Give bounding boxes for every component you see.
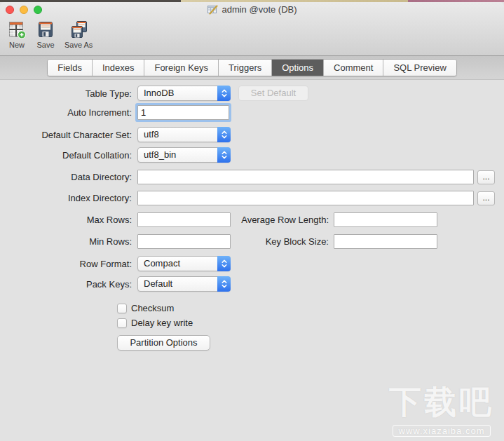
index-directory-browse-button[interactable]: ...	[477, 191, 495, 205]
checksum-checkbox[interactable]	[117, 304, 127, 313]
toolbar: New Save	[0, 17, 504, 49]
window-title: admin @vote (DB)	[222, 4, 297, 15]
data-directory-label: Data Directory:	[0, 172, 132, 182]
default-charset-select[interactable]: utf8	[137, 127, 231, 142]
minimize-button[interactable]	[20, 6, 28, 14]
save-icon	[36, 20, 55, 40]
tab-comment[interactable]: Comment	[323, 60, 383, 76]
popup-arrows-icon	[217, 127, 231, 142]
toolbar-item-label: Save	[36, 41, 54, 49]
row-format-label: Row Format:	[0, 259, 132, 269]
data-directory-input[interactable]	[137, 170, 474, 184]
checksum-row: Checksum	[117, 303, 504, 313]
delay-key-write-checkbox[interactable]	[117, 318, 127, 328]
index-directory-label: Index Directory:	[0, 193, 132, 203]
auto-increment-label: Auto Increment:	[0, 107, 132, 118]
popup-arrows-icon	[217, 147, 231, 163]
max-rows-input[interactable]	[137, 212, 231, 227]
close-button[interactable]	[6, 6, 14, 14]
data-directory-browse-button[interactable]: ...	[477, 170, 495, 184]
pack-keys-select[interactable]: Default	[137, 276, 231, 292]
table-edit-icon	[207, 4, 218, 15]
delay-key-write-label: Delay key write	[131, 318, 193, 328]
tab-sql-preview[interactable]: SQL Preview	[383, 60, 456, 76]
new-button[interactable]: New	[7, 20, 27, 49]
table-type-label: Table Type:	[0, 88, 132, 99]
watermark-title: 下载吧	[389, 381, 494, 424]
save-button[interactable]: Save	[36, 20, 55, 49]
tab-bar: Fields Indexes Foreign Keys Triggers Opt…	[0, 56, 504, 80]
avg-row-length-label: Average Row Length:	[231, 215, 329, 225]
default-collation-label: Default Collation:	[0, 150, 132, 161]
tab-triggers[interactable]: Triggers	[218, 60, 271, 76]
toolbar-item-label: Save As	[64, 41, 93, 49]
toolbar-item-label: New	[9, 41, 25, 49]
tab-foreign-keys[interactable]: Foreign Keys	[144, 60, 218, 76]
popup-arrows-icon	[217, 86, 231, 101]
auto-increment-input[interactable]	[137, 105, 229, 120]
zoom-button[interactable]	[34, 6, 42, 14]
min-rows-label: Min Rows:	[0, 236, 132, 247]
avg-row-length-input[interactable]	[334, 212, 437, 227]
options-form: Table Type: InnoDB Set Default Auto Incr…	[0, 80, 504, 351]
new-table-icon	[7, 20, 27, 40]
structure-tabs: Fields Indexes Foreign Keys Triggers Opt…	[47, 59, 457, 76]
max-rows-label: Max Rows:	[0, 215, 132, 225]
partition-options-button[interactable]: Partition Options	[117, 335, 210, 351]
pack-keys-label: Pack Keys:	[0, 279, 132, 290]
popup-arrows-icon	[217, 276, 231, 292]
default-charset-label: Default Character Set:	[0, 130, 132, 140]
set-default-button: Set Default	[238, 86, 308, 101]
watermark-url: www.xiazaiba.com	[393, 425, 491, 437]
default-collation-select[interactable]: utf8_bin	[137, 147, 231, 163]
tab-options[interactable]: Options	[271, 60, 323, 76]
index-directory-input[interactable]	[137, 191, 474, 205]
app-window: { "window": { "title": "admin @vote (DB)…	[0, 0, 504, 441]
save-as-icon	[69, 20, 88, 40]
key-block-size-input[interactable]	[334, 234, 437, 249]
row-format-select[interactable]: Compact	[137, 256, 231, 271]
traffic-lights	[6, 6, 42, 14]
title-bar: admin @vote (DB)	[0, 2, 504, 17]
tab-indexes[interactable]: Indexes	[92, 60, 144, 76]
popup-arrows-icon	[217, 256, 231, 271]
key-block-size-label: Key Block Size:	[231, 236, 329, 247]
window-header: admin @vote (DB)	[0, 2, 504, 56]
tab-fields[interactable]: Fields	[48, 60, 92, 76]
min-rows-input[interactable]	[137, 234, 231, 249]
delay-key-write-row: Delay key write	[117, 318, 504, 328]
checksum-label: Checksum	[131, 303, 174, 313]
save-as-button[interactable]: Save As	[64, 20, 93, 49]
table-type-select[interactable]: InnoDB	[137, 86, 231, 101]
watermark: 下载吧 www.xiazaiba.com	[389, 381, 494, 437]
